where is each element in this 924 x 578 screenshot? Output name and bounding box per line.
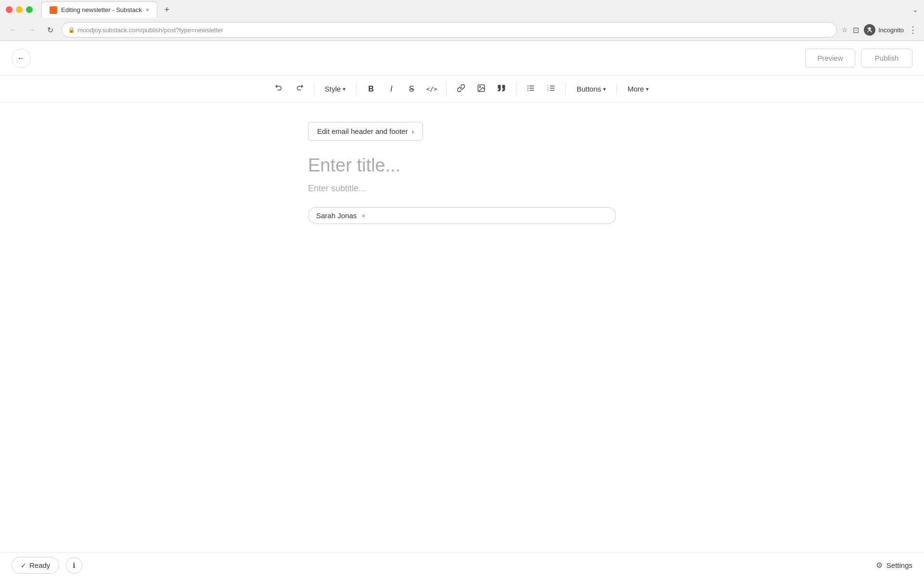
- tab-close-button[interactable]: ×: [146, 7, 149, 13]
- info-button[interactable]: ℹ: [66, 557, 82, 574]
- svg-point-3: [479, 86, 480, 87]
- buttons-label: Buttons: [577, 85, 601, 93]
- italic-button[interactable]: I: [383, 80, 400, 98]
- svg-text:1.: 1.: [548, 85, 549, 87]
- more-arrow: ▾: [646, 86, 649, 92]
- buttons-dropdown[interactable]: Buttons ▾: [572, 82, 611, 96]
- style-dropdown[interactable]: Style ▾: [320, 82, 350, 96]
- code-button[interactable]: </>: [423, 80, 440, 98]
- edit-header-label: Edit email header and footer: [317, 127, 408, 135]
- settings-label: Settings: [886, 561, 912, 569]
- divider-2: [356, 83, 357, 95]
- profile-button[interactable]: Incognito: [864, 24, 904, 36]
- app-header: ← Preview Publish: [0, 41, 924, 76]
- title-placeholder: Enter title...: [308, 155, 400, 175]
- style-label: Style: [325, 85, 341, 93]
- divider-1: [314, 83, 314, 95]
- bookmark-button[interactable]: ☆: [842, 26, 848, 34]
- info-icon: ℹ: [73, 561, 76, 570]
- remove-author-button[interactable]: ×: [361, 212, 365, 220]
- sidebar-button[interactable]: ⊡: [853, 26, 859, 35]
- strikethrough-button[interactable]: S: [403, 80, 420, 98]
- expand-button[interactable]: ⌄: [912, 6, 918, 13]
- quote-button[interactable]: [493, 80, 510, 98]
- back-icon: ←: [17, 54, 25, 63]
- image-icon: [477, 84, 486, 94]
- editor-toolbar: Style ▾ B I S </>: [0, 76, 924, 103]
- svg-point-9: [527, 90, 528, 91]
- subtitle-input[interactable]: Enter subtitle...: [308, 184, 616, 194]
- ready-badge: ✓ Ready: [12, 557, 59, 574]
- status-bar: ✓ Ready ℹ ⚙ Settings: [0, 552, 924, 578]
- tab-favicon: [50, 6, 57, 14]
- author-tag[interactable]: Sarah Jonas ×: [308, 207, 616, 224]
- divider-6: [616, 83, 617, 95]
- subtitle-placeholder: Enter subtitle...: [308, 184, 366, 193]
- svg-text:3.: 3.: [548, 89, 549, 91]
- preview-button[interactable]: Preview: [805, 49, 855, 67]
- link-button[interactable]: [452, 80, 470, 98]
- svg-text:2.: 2.: [548, 87, 549, 89]
- settings-button[interactable]: ⚙ Settings: [876, 561, 912, 570]
- new-tab-button[interactable]: +: [160, 3, 174, 16]
- undo-button[interactable]: [270, 80, 288, 98]
- divider-3: [446, 83, 447, 95]
- browser-more-button[interactable]: ⋮: [909, 25, 917, 35]
- back-to-posts-button[interactable]: ←: [12, 49, 31, 68]
- editor-content: Edit email header and footer › Enter tit…: [308, 122, 616, 224]
- more-label: More: [628, 85, 644, 93]
- reload-button[interactable]: ↻: [43, 23, 57, 37]
- address-text: moodjoy.substack.com/publish/post?type=n…: [77, 26, 223, 34]
- header-actions: Preview Publish: [805, 49, 912, 67]
- publish-button[interactable]: Publish: [861, 49, 912, 67]
- profile-icon: [864, 24, 875, 36]
- forward-button[interactable]: →: [25, 23, 38, 37]
- active-tab[interactable]: Editing newsletter - Substack ×: [41, 1, 157, 18]
- profile-label: Incognito: [878, 26, 904, 34]
- svg-point-8: [527, 87, 528, 88]
- bullet-list-icon: [526, 84, 535, 94]
- close-button[interactable]: [6, 6, 13, 13]
- status-left: ✓ Ready ℹ: [12, 557, 82, 574]
- undo-icon: [275, 84, 283, 94]
- chevron-right-icon: ›: [411, 128, 414, 135]
- ordered-list-icon: 1.2.3.: [547, 84, 555, 94]
- title-input[interactable]: Enter title...: [308, 155, 616, 176]
- link-icon: [457, 84, 465, 94]
- buttons-arrow: ▾: [603, 86, 606, 92]
- address-bar[interactable]: 🔒 moodjoy.substack.com/publish/post?type…: [62, 22, 837, 38]
- redo-icon: [295, 84, 304, 94]
- bold-icon: B: [368, 85, 374, 93]
- more-dropdown[interactable]: More ▾: [623, 82, 654, 96]
- bold-button[interactable]: B: [362, 80, 380, 98]
- maximize-button[interactable]: [26, 6, 33, 13]
- back-button[interactable]: ←: [7, 23, 20, 37]
- lock-icon: 🔒: [68, 26, 75, 33]
- svg-point-7: [527, 85, 528, 86]
- divider-5: [565, 83, 566, 95]
- check-icon: ✓: [21, 562, 26, 569]
- bullet-list-button[interactable]: [522, 80, 539, 98]
- ordered-list-button[interactable]: 1.2.3.: [542, 80, 560, 98]
- gear-icon: ⚙: [876, 561, 883, 570]
- style-arrow: ▾: [343, 86, 346, 92]
- minimize-button[interactable]: [16, 6, 23, 13]
- divider-4: [516, 83, 516, 95]
- ready-label: Ready: [29, 561, 50, 569]
- italic-icon: I: [390, 85, 392, 93]
- image-button[interactable]: [473, 80, 490, 98]
- tab-title: Editing newsletter - Substack: [61, 6, 142, 13]
- code-icon: </>: [426, 85, 437, 92]
- edit-header-footer-button[interactable]: Edit email header and footer ›: [308, 122, 423, 141]
- author-name: Sarah Jonas: [316, 211, 357, 220]
- editor-area[interactable]: Edit email header and footer › Enter tit…: [0, 103, 924, 578]
- quote-icon: [497, 84, 506, 94]
- strikethrough-icon: S: [409, 85, 414, 93]
- redo-button[interactable]: [291, 80, 308, 98]
